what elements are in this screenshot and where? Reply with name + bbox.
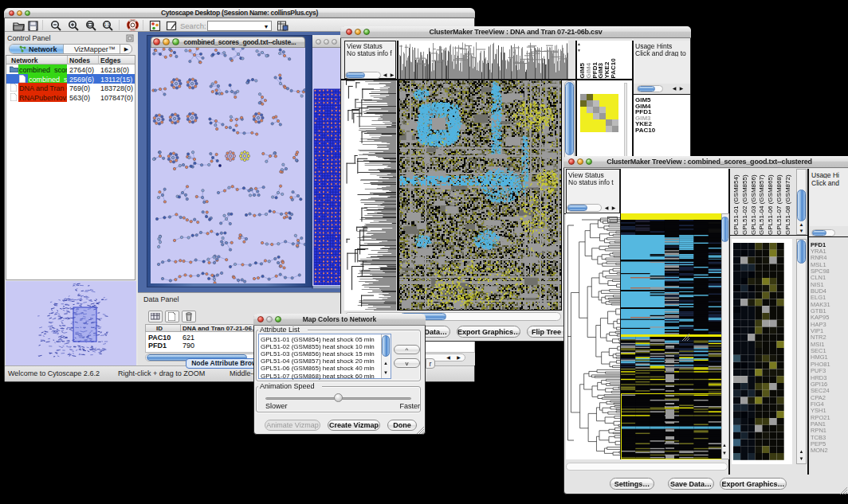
svg-text:1:1: 1:1 [104,22,110,27]
